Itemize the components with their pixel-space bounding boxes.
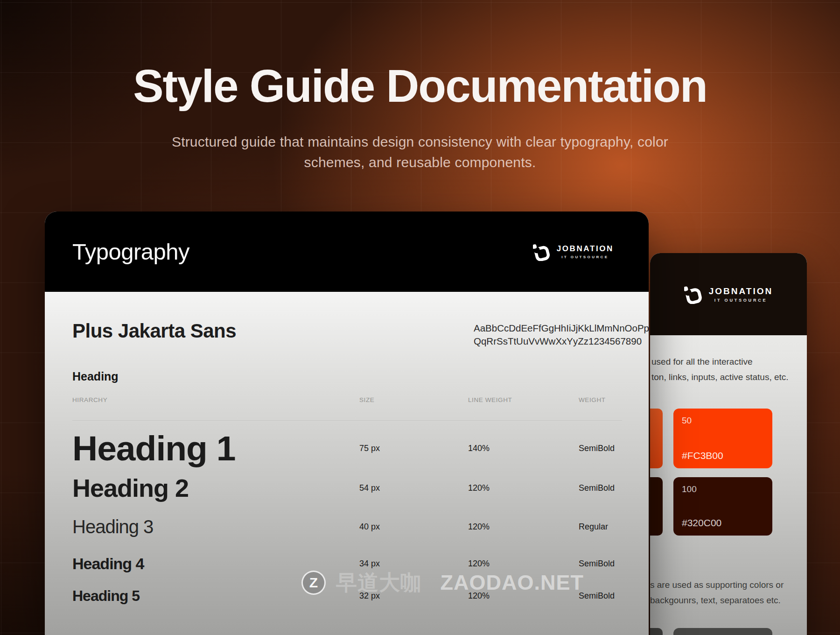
page-subtitle-line2: schemes, and reusable components. — [140, 152, 700, 173]
table-header-row: HIRARCHY SIZE LINE WEIGHT WEIGHT — [45, 396, 649, 406]
row-weight: Regular — [579, 522, 608, 532]
brand-logo: JOBNATION IT OUTSOURCE — [684, 284, 773, 304]
typography-card-title: Typography — [72, 239, 189, 265]
heading-section-label: Heading — [72, 370, 119, 383]
row-size: 34 px — [359, 559, 380, 569]
column-weight: WEIGHT — [579, 396, 606, 403]
watermark-text-site: ZAODAO.NET — [441, 571, 584, 594]
table-row: Heading 3 40 px 120% Regular — [45, 515, 649, 538]
table-row: Heading 2 54 px 120% SemiBold — [45, 472, 649, 504]
brand-logo: JOBNATION IT OUTSOURCE — [533, 242, 614, 261]
watermark-text-cn: 早道大咖 — [336, 571, 422, 594]
swatch-partial-2 — [650, 477, 663, 536]
row-line-weight: 120% — [468, 522, 490, 532]
row-size: 75 px — [359, 444, 380, 453]
column-size: SIZE — [359, 396, 374, 403]
row-line-weight: 120% — [468, 559, 490, 569]
font-specimen-line1: AaBbCcDdEeFfGgHhIiJjKkLlMmNnOoPp — [474, 322, 649, 335]
primary-colors-description: used for all the interactive ton, links,… — [651, 354, 789, 385]
font-family-name: Plus Jakarta Sans — [72, 320, 236, 342]
column-hirarchy: HIRARCHY — [72, 396, 107, 403]
brand-tagline: IT OUTSOURCE — [561, 255, 609, 259]
watermark: Z 早道大咖 ZAODAO.NET — [301, 571, 584, 595]
swatch-100: 100 #320C00 — [673, 477, 772, 536]
jobnation-icon — [533, 242, 552, 261]
row-weight: SemiBold — [579, 483, 615, 493]
row-weight: SemiBold — [579, 559, 615, 569]
swatch-partial-1 — [650, 409, 663, 468]
row-heading: Heading 3 — [72, 516, 153, 537]
brand-tagline: IT OUTSOURCE — [714, 298, 768, 303]
swatch-label: 100 — [682, 484, 764, 494]
typography-card-header: Typography JOBNATION IT OUTSOURCE — [45, 212, 649, 292]
row-weight: SemiBold — [579, 591, 615, 601]
row-line-weight: 120% — [468, 483, 490, 493]
swatch-partial-3 — [650, 628, 663, 635]
supporting-colors-description: s are used as supporting colors or backg… — [650, 577, 784, 608]
swatch-hex: #320C00 — [682, 517, 764, 529]
swatch-hex: #FC3B00 — [682, 450, 764, 461]
table-row: Heading 1 75 px 140% SemiBold — [45, 426, 649, 470]
page-title: Style Guide Documentation — [0, 60, 840, 113]
row-line-weight: 140% — [468, 444, 490, 453]
row-heading: Heading 1 — [72, 428, 235, 468]
colors-card: JOBNATION IT OUTSOURCE used for all the … — [650, 253, 807, 635]
row-heading: Heading 4 — [72, 555, 144, 573]
swatch-label: 50 — [682, 416, 764, 426]
swatch-bottom-cropped — [673, 628, 772, 635]
row-weight: SemiBold — [579, 444, 615, 453]
page-subtitle: Structured guide that maintains design c… — [140, 132, 700, 173]
font-specimen: AaBbCcDdEeFfGgHhIiJjKkLlMmNnOoPp QqRrSsT… — [474, 322, 649, 348]
font-specimen-line2: QqRrSsTtUuVvWwXxYyZz1234567890 — [474, 335, 649, 348]
jobnation-icon — [684, 284, 704, 304]
row-size: 54 px — [359, 483, 380, 493]
brand-name: JOBNATION — [557, 244, 614, 254]
row-heading: Heading 5 — [72, 587, 140, 605]
table-divider — [72, 420, 622, 421]
watermark-logo-icon: Z — [301, 571, 326, 595]
brand-name: JOBNATION — [709, 286, 773, 296]
column-line-weight: LINE WEIGHT — [468, 396, 512, 403]
page-subtitle-line1: Structured guide that maintains design c… — [140, 132, 700, 152]
swatch-50: 50 #FC3B00 — [673, 409, 772, 468]
row-size: 40 px — [359, 522, 380, 532]
row-heading: Heading 2 — [72, 473, 189, 502]
style-guide-page: Style Guide Documentation Structured gui… — [0, 0, 840, 635]
colors-card-header: JOBNATION IT OUTSOURCE — [650, 253, 807, 335]
